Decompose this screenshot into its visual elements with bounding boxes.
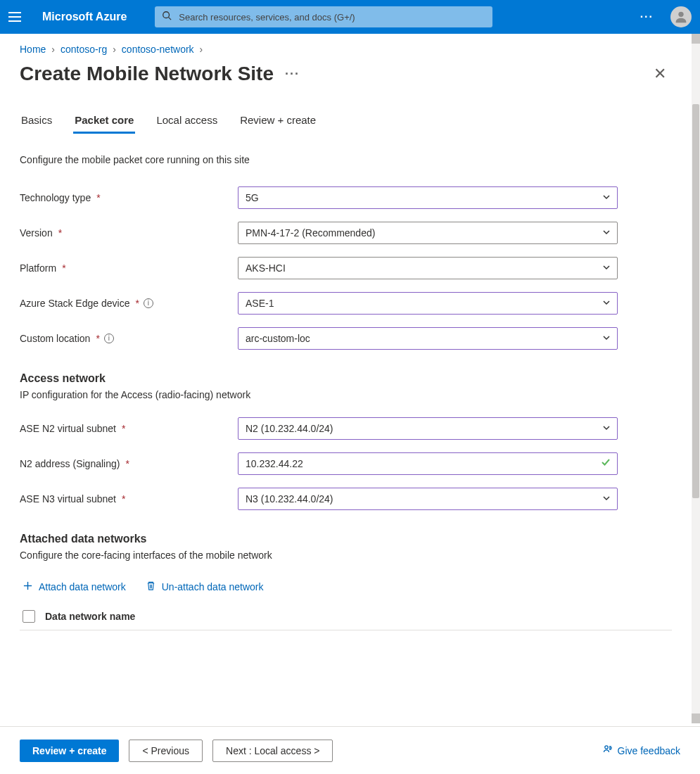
label-ase-device: Azure Stack Edge device* i	[20, 298, 238, 309]
breadcrumb-home[interactable]: Home	[20, 44, 46, 55]
label-n2-address: N2 address (Signaling)*	[20, 458, 238, 469]
svg-point-2	[678, 12, 683, 17]
next-button[interactable]: Next : Local access >	[212, 740, 333, 762]
svg-line-1	[169, 18, 172, 20]
section-attached-title: Attached data networks	[20, 533, 672, 545]
feedback-icon	[602, 744, 613, 757]
chevron-right-icon: ›	[200, 44, 203, 55]
trash-icon	[146, 580, 156, 593]
search-icon	[162, 11, 172, 23]
info-icon[interactable]: i	[144, 298, 153, 308]
select-tech-type[interactable]: 5G	[238, 186, 618, 209]
tab-local-access[interactable]: Local access	[155, 114, 219, 134]
label-custom-location: Custom location* i	[20, 333, 238, 344]
section-attached-subtitle: Configure the core-facing interfaces of …	[20, 550, 672, 561]
section-access-network-subtitle: IP configuration for the Access (radio-f…	[20, 389, 672, 400]
scrollbar[interactable]	[692, 34, 700, 723]
svg-point-0	[163, 12, 170, 18]
input-n2-address[interactable]: 10.232.44.22	[238, 452, 618, 475]
breadcrumb: Home › contoso-rg › contoso-network ›	[20, 44, 672, 55]
tab-basics[interactable]: Basics	[20, 114, 53, 134]
brand-label: Microsoft Azure	[42, 11, 127, 23]
check-icon	[601, 457, 611, 470]
review-create-button[interactable]: Review + create	[20, 740, 119, 762]
breadcrumb-network[interactable]: contoso-network	[122, 44, 194, 55]
unattach-data-network-button[interactable]: Un-attach data network	[146, 580, 264, 593]
menu-icon[interactable]	[8, 8, 25, 25]
plus-icon	[23, 580, 33, 593]
topbar: Microsoft Azure ···	[0, 0, 700, 34]
tab-packet-core[interactable]: Packet core	[73, 114, 135, 134]
search-input[interactable]	[177, 11, 485, 23]
global-search[interactable]	[155, 6, 492, 27]
tabs: Basics Packet core Local access Review +…	[20, 114, 672, 134]
select-custom-location[interactable]: arc-custom-loc	[238, 327, 618, 350]
label-version: Version*	[20, 227, 238, 239]
more-icon[interactable]: ···	[635, 8, 659, 26]
label-tech-type: Technology type*	[20, 192, 238, 203]
avatar[interactable]	[670, 6, 692, 27]
label-n3-subnet: ASE N3 virtual subnet*	[20, 493, 238, 505]
give-feedback-link[interactable]: Give feedback	[602, 744, 681, 757]
label-platform: Platform*	[20, 262, 238, 274]
section-access-network-title: Access network	[20, 372, 672, 385]
label-n2-subnet: ASE N2 virtual subnet*	[20, 423, 238, 434]
footer: Review + create < Previous Next : Local …	[0, 726, 700, 774]
svg-point-7	[604, 746, 607, 749]
previous-button[interactable]: < Previous	[129, 740, 203, 762]
intro-text: Configure the mobile packet core running…	[20, 154, 672, 165]
tab-review-create[interactable]: Review + create	[238, 114, 317, 134]
title-more-icon[interactable]: ···	[285, 67, 300, 82]
close-icon[interactable]: ✕	[648, 62, 672, 86]
col-data-network-name: Data network name	[45, 611, 135, 622]
select-platform[interactable]: AKS-HCI	[238, 257, 618, 279]
info-icon[interactable]: i	[104, 334, 114, 343]
chevron-right-icon: ›	[113, 44, 116, 55]
chevron-right-icon: ›	[51, 44, 55, 55]
select-all-checkbox[interactable]	[23, 610, 35, 623]
breadcrumb-rg[interactable]: contoso-rg	[61, 44, 107, 55]
select-version[interactable]: PMN-4-17-2 (Recommended)	[238, 222, 618, 244]
page-title: Create Mobile Network Site ···	[20, 63, 300, 85]
main-content: Home › contoso-rg › contoso-network › Cr…	[0, 34, 692, 659]
attach-data-network-button[interactable]: Attach data network	[23, 580, 126, 593]
select-ase-device[interactable]: ASE-1	[238, 292, 618, 315]
select-n3-subnet[interactable]: N3 (10.232.44.0/24)	[238, 488, 618, 510]
data-network-table-header: Data network name	[20, 606, 672, 630]
select-n2-subnet[interactable]: N2 (10.232.44.0/24)	[238, 417, 618, 440]
